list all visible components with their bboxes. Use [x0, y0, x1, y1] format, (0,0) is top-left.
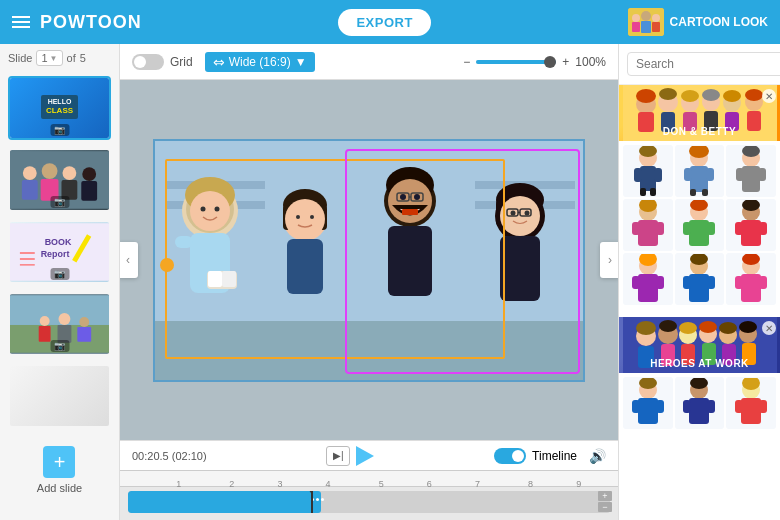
prev-slide-button[interactable]: ‹ [120, 242, 138, 278]
slide-thumb-1[interactable]: HELLO CLASS 📷 [8, 76, 111, 140]
svg-rect-113 [736, 168, 744, 181]
char-cell[interactable] [623, 253, 673, 305]
main-layout: Slide 1 ▼ of 5 HELLO CLASS 📷 [0, 44, 780, 520]
export-button[interactable]: EXPORT [338, 9, 430, 36]
svg-rect-117 [638, 220, 658, 246]
char-cell[interactable] [726, 145, 776, 197]
selection-handle[interactable] [160, 258, 174, 272]
slide-thumb-4[interactable]: 📷 [8, 292, 111, 356]
frame-step-button[interactable]: ▶| [326, 446, 350, 466]
slide-thumb-2[interactable]: 📷 [8, 148, 111, 212]
next-slide-button[interactable]: › [600, 242, 618, 278]
svg-point-79 [636, 89, 656, 103]
grid-toggle[interactable]: Grid [132, 54, 193, 70]
playhead [311, 491, 313, 513]
svg-point-12 [62, 166, 76, 180]
header: POWTOON EXPORT CARTOON LOOK [0, 0, 780, 44]
svg-rect-144 [759, 276, 767, 289]
don-betty-header: ✕ DON & BETTY [619, 85, 780, 141]
aspect-icon: ⇔ [213, 54, 225, 70]
svg-point-60 [400, 194, 406, 200]
svg-point-85 [681, 90, 699, 102]
editor-panel: Grid ⇔ Wide (16:9) ▼ − + 100% ‹ [120, 44, 618, 520]
svg-rect-109 [702, 189, 708, 196]
svg-point-26 [40, 316, 50, 326]
header-left: POWTOON [12, 12, 142, 33]
char-cell[interactable] [726, 199, 776, 251]
char-cell[interactable] [675, 377, 725, 429]
char-cell[interactable] [726, 253, 776, 305]
char-cell[interactable] [623, 145, 673, 197]
svg-point-150 [659, 320, 677, 332]
svg-point-54 [296, 215, 300, 219]
svg-rect-9 [22, 180, 38, 200]
timeline-zoom-in[interactable]: + [598, 491, 612, 501]
char-cell[interactable] [623, 199, 673, 251]
svg-point-147 [636, 321, 656, 335]
camera-icon-4: 📷 [50, 340, 69, 352]
slide-thumb-5[interactable] [8, 364, 111, 428]
don-betty-group: ✕ DON & BETTY [619, 85, 780, 309]
svg-point-55 [310, 215, 314, 219]
editor-toolbar: Grid ⇔ Wide (16:9) ▼ − + 100% [120, 44, 618, 80]
svg-rect-95 [747, 111, 761, 131]
svg-point-30 [79, 317, 89, 327]
play-button[interactable] [356, 446, 374, 466]
char-cell[interactable] [726, 377, 776, 429]
svg-rect-177 [735, 400, 743, 413]
don-betty-grid [619, 141, 780, 309]
zoom-control: − + 100% [463, 55, 606, 69]
search-input[interactable] [627, 52, 780, 76]
timeline-zoom-controls: + − [598, 491, 612, 512]
cartoon-look-selector[interactable]: CARTOON LOOK [628, 8, 768, 36]
canvas-area: ‹ [120, 80, 618, 440]
add-slide-button[interactable]: + Add slide [31, 440, 88, 500]
heroes-at-work-group: ✕ HEROES AT WORK [619, 317, 780, 433]
slide-preview-5 [10, 366, 109, 426]
svg-point-91 [723, 90, 741, 102]
time-display: 00:20.5 (02:10) [132, 450, 207, 462]
zoom-slider[interactable] [476, 60, 556, 64]
cartoon-look-label: CARTOON LOOK [670, 15, 768, 29]
svg-point-72 [525, 210, 530, 215]
svg-point-159 [719, 322, 737, 334]
slide-number-selector[interactable]: 1 ▼ [36, 50, 62, 66]
timeline-zoom-out[interactable]: − [598, 502, 612, 512]
timeline-switch[interactable] [494, 448, 526, 464]
heroes-banner: ✕ HEROES AT WORK [619, 317, 780, 373]
grid-switch[interactable] [132, 54, 164, 70]
timeline-ruler: 1 2 3 4 5 6 7 8 9 [120, 471, 618, 487]
svg-rect-138 [683, 276, 691, 289]
volume-icon[interactable]: 🔊 [589, 448, 606, 464]
don-betty-close[interactable]: ✕ [762, 89, 776, 103]
svg-rect-100 [654, 168, 662, 182]
svg-text:Report: Report [41, 249, 70, 259]
menu-icon[interactable] [12, 16, 30, 28]
svg-rect-4 [641, 21, 651, 33]
svg-point-1 [632, 14, 640, 22]
svg-rect-133 [632, 276, 640, 289]
svg-rect-56 [287, 239, 323, 294]
svg-rect-107 [706, 168, 714, 181]
char-cell[interactable] [675, 199, 725, 251]
svg-rect-98 [640, 166, 656, 191]
timeline-panel: 1 2 3 4 5 6 7 8 9 [120, 470, 618, 520]
add-slide-icon: + [43, 446, 75, 478]
char-cell[interactable] [675, 145, 725, 197]
char-cell[interactable] [623, 377, 673, 429]
slide-canvas[interactable] [153, 139, 585, 382]
svg-rect-114 [758, 168, 766, 181]
svg-rect-80 [638, 112, 654, 132]
header-right: CARTOON LOOK [628, 8, 768, 36]
slide-indicator: Slide 1 ▼ of 5 [0, 44, 119, 72]
char-cell[interactable] [675, 253, 725, 305]
svg-point-5 [652, 14, 660, 22]
svg-rect-102 [650, 188, 656, 196]
slide-thumb-3[interactable]: BOOK Report 📷 [8, 220, 111, 284]
heroes-close[interactable]: ✕ [762, 321, 776, 335]
character-library-panel: 🔍 [618, 44, 780, 520]
svg-rect-137 [689, 274, 709, 302]
timeline-track[interactable] [128, 491, 610, 513]
aspect-ratio-selector[interactable]: ⇔ Wide (16:9) ▼ [205, 52, 315, 72]
cartoon-look-thumbnail [628, 8, 664, 36]
